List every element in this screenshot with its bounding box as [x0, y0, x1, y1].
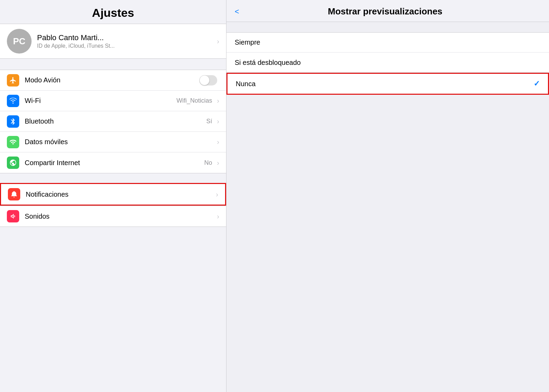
bluetooth-icon-box	[7, 115, 19, 128]
option-label-siempre: Siempre	[235, 38, 541, 46]
wifi-icon-box	[7, 95, 19, 107]
profile-subtitle: ID de Apple, iCloud, iTunes St...	[37, 43, 214, 49]
right-title: Mostrar previsualizaciones	[243, 6, 541, 17]
sonidos-icon-box	[7, 210, 19, 222]
wifi-label: Wi-Fi	[25, 97, 176, 105]
modo-avion-icon-box	[7, 74, 19, 87]
option-row-siempre[interactable]: Siempre	[226, 33, 549, 53]
notifications-icon	[10, 191, 18, 198]
bluetooth-value: Sí	[206, 118, 212, 125]
datos-moviles-chevron: ›	[217, 138, 219, 146]
checkmark-icon: ✓	[534, 79, 540, 88]
wifi-value: Wifi_Noticias	[176, 97, 212, 104]
settings-row-bluetooth[interactable]: Bluetooth Sí ›	[0, 111, 226, 132]
notificaciones-chevron: ›	[216, 191, 218, 198]
notificaciones-icon-box	[8, 188, 20, 200]
profile-chevron: ›	[217, 37, 219, 45]
wifi-icon	[9, 97, 17, 105]
wifi-chevron: ›	[217, 97, 219, 105]
right-panel: < Mostrar previsualizaciones Siempre Si …	[226, 0, 549, 392]
settings-row-modo-avion[interactable]: Modo Avión	[0, 70, 226, 91]
bluetooth-icon	[9, 118, 17, 125]
right-header: < Mostrar previsualizaciones	[226, 0, 549, 22]
sonidos-chevron: ›	[217, 212, 219, 220]
option-row-nunca[interactable]: Nunca ✓	[227, 74, 548, 94]
cellular-icon	[9, 138, 17, 146]
datos-moviles-icon-box	[7, 136, 19, 148]
profile-name: Pablo Canto Marti...	[37, 33, 214, 42]
modo-avion-toggle[interactable]	[199, 75, 217, 85]
sound-icon	[9, 212, 17, 220]
profile-row[interactable]: PC Pablo Canto Marti... ID de Apple, iCl…	[0, 24, 226, 59]
back-button[interactable]: <	[235, 7, 239, 16]
option-row-si-esta-desbloqueado[interactable]: Si está desbloqueado	[226, 53, 549, 72]
avatar: PC	[7, 29, 32, 54]
settings-row-compartir-internet[interactable]: Compartir Internet No ›	[0, 152, 226, 173]
compartir-internet-chevron: ›	[217, 159, 219, 167]
compartir-internet-icon-box	[7, 157, 19, 169]
settings-title: Ajustes	[0, 0, 226, 24]
settings-row-notificaciones[interactable]: Notificaciones ›	[1, 184, 225, 205]
bluetooth-label: Bluetooth	[25, 117, 206, 125]
sonidos-label: Sonidos	[25, 212, 214, 220]
nunca-option-group: Nunca ✓	[226, 73, 549, 95]
main-settings-group: Modo Avión Wi-Fi Wifi_Noticias › Bl	[0, 70, 226, 173]
datos-moviles-label: Datos móviles	[25, 138, 214, 146]
option-label-si-esta-desbloqueado: Si está desbloqueado	[235, 59, 541, 67]
compartir-internet-label: Compartir Internet	[25, 159, 204, 167]
modo-avion-label: Modo Avión	[25, 76, 199, 84]
right-options-group: Siempre Si está desbloqueado	[226, 32, 549, 73]
left-panel: Ajustes PC Pablo Canto Marti... ID de Ap…	[0, 0, 226, 392]
profile-info: Pablo Canto Marti... ID de Apple, iCloud…	[37, 33, 214, 49]
settings-row-wifi[interactable]: Wi-Fi Wifi_Noticias ›	[0, 91, 226, 111]
back-chevron-icon: <	[235, 7, 239, 16]
settings-row-datos-moviles[interactable]: Datos móviles ›	[0, 132, 226, 152]
settings-row-sonidos[interactable]: Sonidos ›	[0, 206, 226, 227]
right-empty-area	[226, 95, 549, 392]
bottom-settings-group: Sonidos ›	[0, 206, 226, 227]
compartir-internet-value: No	[204, 159, 212, 166]
notificaciones-group: Notificaciones ›	[0, 183, 226, 206]
airplane-icon	[9, 77, 17, 84]
toggle-knob	[200, 76, 209, 85]
notificaciones-label: Notificaciones	[26, 191, 213, 198]
hotspot-icon	[9, 159, 17, 166]
bluetooth-chevron: ›	[217, 117, 219, 125]
option-label-nunca: Nunca	[236, 80, 534, 88]
